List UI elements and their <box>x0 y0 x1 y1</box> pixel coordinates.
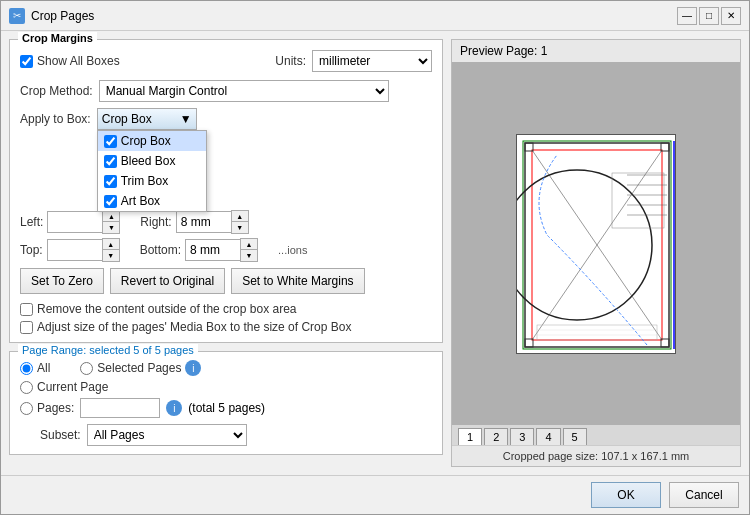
bottom-input[interactable] <box>185 239 240 261</box>
remove-content-label[interactable]: Remove the content outside of the crop b… <box>20 302 432 316</box>
bottom-spinbox-buttons: ▲ ▼ <box>240 238 258 262</box>
close-button[interactable]: ✕ <box>721 7 741 25</box>
top-down-button[interactable]: ▼ <box>103 250 119 261</box>
left-label: Left: <box>20 215 43 229</box>
crop-pages-window: ✂ Crop Pages — □ ✕ Crop Margins Show All… <box>0 0 750 515</box>
page-tab-2[interactable]: 2 <box>484 428 508 445</box>
crop-method-label: Crop Method: <box>20 84 93 98</box>
main-content: Crop Margins Show All Boxes Units: milli… <box>1 31 749 475</box>
right-spinbox: ▲ ▼ <box>176 210 249 234</box>
preview-page <box>516 134 676 354</box>
top-bottom-row: Top: ▲ ▼ Bottom: <box>20 238 432 262</box>
cancel-button[interactable]: Cancel <box>669 482 739 508</box>
bottom-spinbox: ▲ ▼ <box>185 238 258 262</box>
bottom-label: Bottom: <box>140 243 181 257</box>
right-panel: Preview Page: 1 <box>451 39 741 467</box>
page-range-label: Page Range: selected 5 of 5 pages <box>18 344 198 356</box>
top-field: Top: ▲ ▼ <box>20 238 120 262</box>
ok-button[interactable]: OK <box>591 482 661 508</box>
revert-button[interactable]: Revert to Original <box>110 268 225 294</box>
titlebar-left: ✂ Crop Pages <box>9 8 94 24</box>
page-range-section: Page Range: selected 5 of 5 pages All Se… <box>9 351 443 455</box>
current-page-radio-label[interactable]: Current Page <box>20 380 432 394</box>
minimize-button[interactable]: — <box>677 7 697 25</box>
top-spinbox: ▲ ▼ <box>47 238 120 262</box>
right-field: Right: ▲ ▼ <box>140 210 248 234</box>
white-margins-button[interactable]: Set to White Margins <box>231 268 364 294</box>
cropped-size-text: Cropped page size: 107.1 x 167.1 mm <box>452 445 740 466</box>
left-input[interactable] <box>47 211 102 233</box>
crop-method-select[interactable]: Manual Margin Control <box>99 80 389 102</box>
dropdown-item-art-box[interactable]: Art Box <box>98 191 206 211</box>
apply-box-row: Apply to Box: Crop Box ▼ Crop Box <box>20 108 432 130</box>
bleed-box-check[interactable] <box>104 155 117 168</box>
bottom-up-button[interactable]: ▲ <box>241 239 257 250</box>
more-options-text: ...ions <box>278 244 307 256</box>
show-all-boxes-checkbox[interactable] <box>20 55 33 68</box>
selected-pages-info-icon: i <box>185 360 201 376</box>
apply-box-button[interactable]: Crop Box ▼ <box>97 108 197 130</box>
selected-pages-radio-label[interactable]: Selected Pages i <box>80 360 201 376</box>
subset-label: Subset: <box>20 428 81 442</box>
pages-radio[interactable] <box>20 402 33 415</box>
top-spinbox-buttons: ▲ ▼ <box>102 238 120 262</box>
page-tab-1[interactable]: 1 <box>458 428 482 445</box>
show-all-boxes-label[interactable]: Show All Boxes <box>20 54 120 68</box>
preview-area <box>452 62 740 425</box>
dropdown-item-crop-box[interactable]: Crop Box <box>98 131 206 151</box>
page-tab-3[interactable]: 3 <box>510 428 534 445</box>
right-label: Right: <box>140 215 171 229</box>
dropdown-item-bleed-box[interactable]: Bleed Box <box>98 151 206 171</box>
left-down-button[interactable]: ▼ <box>103 222 119 233</box>
units-select[interactable]: millimeter inch centimeter point <box>312 50 432 72</box>
preview-svg <box>517 135 676 354</box>
right-up-button[interactable]: ▲ <box>232 211 248 222</box>
titlebar: ✂ Crop Pages — □ ✕ <box>1 1 749 31</box>
left-field: Left: ▲ ▼ <box>20 210 120 234</box>
left-right-row: Left: ▲ ▼ Right: <box>20 210 432 234</box>
bottom-down-button[interactable]: ▼ <box>241 250 257 261</box>
all-selected-row: All Selected Pages i <box>20 360 432 376</box>
pages-row: Pages: i (total 5 pages) <box>20 398 432 418</box>
left-up-button[interactable]: ▲ <box>103 211 119 222</box>
apply-box-dropdown: Crop Box Bleed Box Trim Box Art Box <box>97 130 207 212</box>
current-page-row: Current Page <box>20 380 432 394</box>
all-radio-label[interactable]: All <box>20 360 50 376</box>
adjust-mediabox-checkbox[interactable] <box>20 321 33 334</box>
page-tab-4[interactable]: 4 <box>536 428 560 445</box>
preview-title: Preview Page: 1 <box>452 40 740 62</box>
preview-container: Preview Page: 1 <box>451 39 741 467</box>
left-panel: Crop Margins Show All Boxes Units: milli… <box>9 39 443 467</box>
top-up-button[interactable]: ▲ <box>103 239 119 250</box>
apply-box-chevron: ▼ <box>180 112 192 126</box>
art-box-check[interactable] <box>104 195 117 208</box>
options-checkboxes: Remove the content outside of the crop b… <box>20 302 432 334</box>
crop-margins-section: Crop Margins Show All Boxes Units: milli… <box>9 39 443 343</box>
subset-row: Subset: All Pages Odd Pages Even Pages <box>20 424 432 446</box>
page-tab-5[interactable]: 5 <box>563 428 587 445</box>
pages-info-icon: i <box>166 400 182 416</box>
selected-pages-radio[interactable] <box>80 362 93 375</box>
titlebar-buttons: — □ ✕ <box>677 7 741 25</box>
maximize-button[interactable]: □ <box>699 7 719 25</box>
trim-box-check[interactable] <box>104 175 117 188</box>
pages-input[interactable] <box>80 398 160 418</box>
right-input[interactable] <box>176 211 231 233</box>
window-title: Crop Pages <box>31 9 94 23</box>
adjust-mediabox-label[interactable]: Adjust size of the pages' Media Box to t… <box>20 320 432 334</box>
subset-select[interactable]: All Pages Odd Pages Even Pages <box>87 424 247 446</box>
margins-inputs: Left: ▲ ▼ Right: <box>20 210 432 262</box>
current-page-radio[interactable] <box>20 381 33 394</box>
apply-to-box-label: Apply to Box: <box>20 112 91 126</box>
apply-box-value: Crop Box <box>102 112 152 126</box>
pages-radio-label[interactable]: Pages: <box>20 401 74 415</box>
all-radio[interactable] <box>20 362 33 375</box>
set-to-zero-button[interactable]: Set To Zero <box>20 268 104 294</box>
action-buttons-row: Set To Zero Revert to Original Set to Wh… <box>20 268 432 294</box>
crop-box-check[interactable] <box>104 135 117 148</box>
remove-content-checkbox[interactable] <box>20 303 33 316</box>
dropdown-item-trim-box[interactable]: Trim Box <box>98 171 206 191</box>
right-down-button[interactable]: ▼ <box>232 222 248 233</box>
top-input[interactable] <box>47 239 102 261</box>
crop-method-row: Crop Method: Manual Margin Control <box>20 80 432 102</box>
